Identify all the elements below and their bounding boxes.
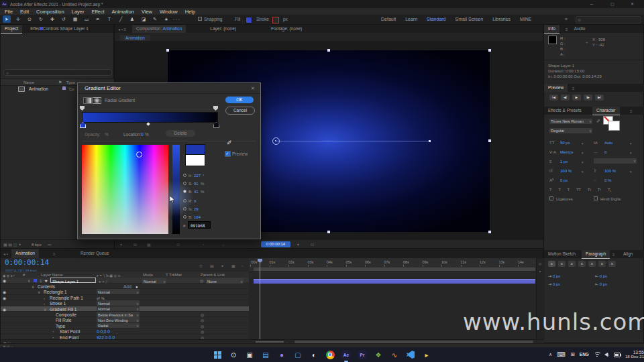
timeline-row-gradient-fill-1[interactable]: ◉∨Gradient Fill 1Normal∨ [1,306,249,312]
tab-project[interactable]: Project [1,25,22,34]
chevron-down-icon[interactable]: ▾ [630,169,632,174]
workspace-overflow-icon[interactable]: » [565,17,568,22]
column-trkmat[interactable]: T TrkMat [166,272,182,278]
taskbar-after-effects[interactable]: Ae [341,349,352,360]
gradient-bar[interactable] [82,112,218,123]
indent-field-3[interactable]: ⇤ 0 px [595,280,607,287]
font-style-select[interactable]: Regular ∨ [549,128,592,133]
dropdown-gradient-fill-1[interactable]: Normal∨ [97,306,140,312]
timeline-row-composite[interactable]: CompositeBelow Previous in Sa∨◎ [1,312,249,317]
pen-tool[interactable]: ✒ [94,15,102,23]
taskbar-file-explorer[interactable]: ▤ [260,349,271,360]
shape-tool[interactable]: ▭ [83,15,91,23]
location-value[interactable]: 0 [141,132,144,137]
selection-handle[interactable] [488,49,491,52]
chevron-down-icon[interactable]: ▾ [582,169,584,174]
panel-menu-icon[interactable]: ≡ [566,27,568,32]
mask-toggle-icon[interactable]: ▦ [147,242,151,247]
character-eyedropper-icon[interactable]: ✐ [596,119,600,124]
chevron-down-icon[interactable]: ▾ [630,141,632,146]
align-button-0[interactable]: ≡ [548,261,555,267]
current-time-chip[interactable]: 0:00:00:14 [261,241,290,247]
align-button-5[interactable]: ≡ [598,261,606,267]
tab-timeline-animation[interactable]: Animation [11,249,39,258]
selection-tool[interactable]: ➤ [3,15,11,23]
camera-tool[interactable]: ▦ [71,15,79,23]
b-value[interactable]: 41 [194,189,199,194]
dropdown-stroke-1[interactable]: Normal∨ [97,300,140,306]
selection-handle[interactable] [327,49,330,52]
column-type[interactable]: Type [66,80,75,85]
eraser-tool[interactable]: ◪ [140,15,148,23]
s-radio[interactable] [183,182,186,185]
chevron-down-icon[interactable]: ▾ [630,150,632,156]
column-name[interactable]: Name [23,80,34,85]
clone-stamp-tool[interactable]: ♟ [128,15,136,23]
indent-field-2[interactable]: ⇥ 0 px [548,280,560,287]
faux-style-icon[interactable]: TT [576,187,581,192]
timeline-row-start-point[interactable]: ◔Start Point0.0,0.0◎ [1,328,249,334]
column-parent-link[interactable]: Parent & Link [201,272,225,278]
layer-duration-bar[interactable] [254,279,535,284]
graph-editor-icon[interactable]: ✦ [539,269,541,274]
visibility-eye-icon[interactable]: ◉ [3,278,6,284]
tsume-value[interactable]: 0 % [604,178,611,183]
maximize-button[interactable]: ▢ [610,1,614,7]
horizontal-scale-value[interactable]: 100 % [604,168,616,174]
taskbar-media-app[interactable]: ▸ [421,349,432,360]
taskbar-chat-app[interactable]: ● [276,349,287,360]
trash-icon[interactable]: ▭ [48,242,52,247]
workspace-standard[interactable]: Standard [425,17,447,21]
search-input[interactable]: ⊙ [576,16,641,23]
b-radio-selected[interactable] [183,190,186,193]
opacity-stop-right[interactable] [213,106,218,111]
grid-guides-icon[interactable]: ⊞ [133,242,137,247]
fast-previews-icon[interactable]: ⊡ [311,242,314,247]
dropdown-type[interactable]: Radial∨ [97,323,140,328]
taskbar-premiere-pro[interactable]: Pr [357,349,368,360]
timeline-row-fill-rule[interactable]: Fill RuleNon-Zero Winding∨◎ [1,317,249,322]
current-timecode[interactable]: 0:00:00:14 [5,260,49,265]
resolution-control[interactable]: ▾ [297,242,299,247]
roto-brush-tool[interactable]: ✎ [151,15,159,23]
tab-footage[interactable]: Footage: (none) [267,25,306,33]
brightness-slider[interactable] [172,145,180,234]
taskbar-vscode[interactable] [405,349,416,360]
fill-color-swatch[interactable] [608,121,620,131]
preview-button-2[interactable]: ▶ [572,95,581,101]
menu-file[interactable]: File [5,9,13,15]
frame-blend-icon[interactable]: ▦ [231,263,235,269]
panel-nav-icons[interactable]: ◂ ▪ ≡ [118,27,126,32]
camera-view-icon[interactable]: ⌂ [222,242,225,247]
align-button-2[interactable]: ≡ [568,261,576,267]
volume-icon[interactable]: ) [604,352,609,357]
panel-menu-icon[interactable]: ≡ [572,86,575,91]
menu-edit[interactable]: Edit [20,9,29,15]
chevron-down-icon[interactable]: ▾ [582,160,584,165]
gradient-end-handle[interactable] [429,140,431,142]
pan-behind-tool[interactable]: ✚ [48,15,56,23]
indent-field-0[interactable]: ⇥ 0 px [548,272,560,279]
workspace-mine[interactable]: MINE [518,17,534,21]
timeline-row-contents[interactable]: ∨ContentsAdd:● [1,284,249,289]
timeline-row-type[interactable]: TypeRadial∨◎ [1,323,249,328]
color-stop-right[interactable] [213,122,219,128]
blend-mode-select[interactable]: Normal ∨ [142,278,166,284]
panel-menu-icon[interactable]: ≡ [630,109,633,114]
pickwhip-icon[interactable]: ◎ [200,278,203,284]
radial-gradient-type-button[interactable] [93,97,101,104]
language-indicator[interactable]: ENG [580,352,589,357]
motion-blur-icon[interactable]: ◔ [241,263,244,269]
tab-info[interactable]: Info [544,25,559,34]
tab-effects-presets[interactable]: Effects & Presets [544,107,586,115]
preview-button-3[interactable]: Ι▶ [584,95,592,101]
previous-color-swatch[interactable] [185,154,205,166]
r-radio[interactable] [183,199,186,202]
vertical-scale-value[interactable]: 100 % [560,168,572,174]
workspace-learn[interactable]: Learn [403,17,419,21]
column-layer-name[interactable]: Layer Name [41,272,63,278]
tab-layer[interactable]: Layer: (none) [206,25,240,33]
menu-animation[interactable]: Animation [112,9,134,15]
taskbar-audacity[interactable]: ∿ [389,349,400,360]
magnification-control[interactable]: ▾ [120,242,122,247]
